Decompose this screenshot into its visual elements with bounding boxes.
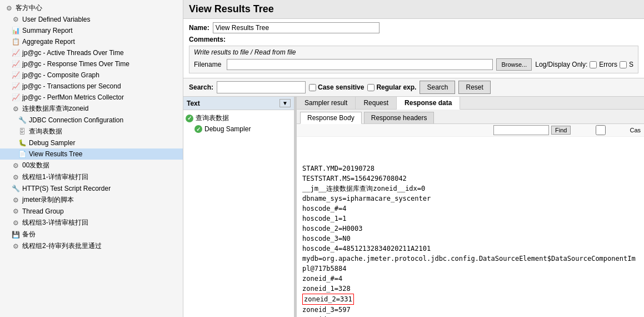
main-content: View Results Tree Name: Comments: Write … [183,0,644,317]
log-display: Log/Display Only: Errors S [535,61,633,68]
sidebar-item-thread-group-2[interactable]: ⚙线程组2-待审列表批里通过 [0,240,183,252]
tree-item-label-debug-sampler-tree: Debug Sampler [204,125,251,133]
response-line-line2: TESTSTART.MS=1564296708042 [302,174,638,184]
response-line-line5: hoscode_#=4 [302,204,638,214]
tab-request[interactable]: Request [356,97,397,109]
search-button[interactable]: Search [420,81,455,94]
debug-icon: 🐛 [18,138,27,147]
sidebar-item-jp-composite-graph[interactable]: 📈jp@gc - Composite Graph [0,70,183,81]
case-check-label: Cas [573,125,641,135]
filename-label: Filename [194,61,221,68]
sidebar-item-thread-group-main[interactable]: ⚙Thread Group [0,206,183,217]
sidebar-item-user-defined-vars[interactable]: ⚙User Defined Variables [0,14,183,25]
backup-icon: 💾 [11,230,20,239]
case-sensitive-label[interactable]: Case sensitive [309,83,364,91]
sidebar-item-thread-group-1[interactable]: ⚙线程组1-详情审核打回 [0,171,183,183]
sidebar-label-jp-perfmon: jp@gc - PerfMon Metrics Collector [22,93,124,101]
find-case-checkbox[interactable] [573,125,628,135]
pink-icon: 📈 [11,82,20,91]
gear-icon: ⚙ [11,15,20,24]
log-display-label: Log/Display Only: [535,61,587,68]
chart-icon: 📊 [11,26,20,35]
sub-tab-response-body[interactable]: Response Body [300,112,362,124]
response-line-line12: zoneid_1=328 [302,284,638,294]
tree-status-icon-query-table: ✓ [186,115,193,122]
sub-tab-response-headers[interactable]: Response headers [364,112,435,123]
sidebar-label-thread-group-1: 线程组1-详情审核打回 [22,172,88,182]
sidebar: ⚙客方中心⚙User Defined Variables📊Summary Rep… [0,0,183,317]
sidebar-item-send-data[interactable]: ⚙00发数据 [0,160,183,171]
tree-column-label: Text [187,100,200,107]
sidebar-item-summary-report[interactable]: 📊Summary Report [0,25,183,36]
sidebar-item-jp-response-times[interactable]: 📈jp@gc - Response Times Over Time [0,58,183,70]
tab-sampler-result[interactable]: Sampler result [297,97,356,109]
sidebar-label-backup: 备份 [22,230,36,239]
regular-exp-checkbox[interactable] [367,84,375,91]
title-text: View Results Tree [189,3,274,14]
sidebar-item-backup[interactable]: 💾备份 [0,229,183,240]
sidebar-label-user-defined-vars: User Defined Variables [22,16,91,23]
sidebar-item-thread-group-3[interactable]: ⚙线程组3-详情审核打回 [0,217,183,229]
result-panel: Sampler resultRequestResponse data Respo… [297,97,644,317]
response-line-line15: zoneid_4=603 [302,315,638,317]
name-label: Name: [189,24,209,32]
sidebar-item-aggregate-report[interactable]: 📋Aggregate Report [0,36,183,47]
thread-icon: ⚙ [11,207,20,216]
tree-item-debug-sampler-tree[interactable]: ✓Debug Sampler [183,124,294,134]
sidebar-item-jp-perfmon[interactable]: 📈jp@gc - PerfMon Metrics Collector [0,92,183,103]
tree-item-query-table[interactable]: ✓查询表数据 [183,112,294,124]
reset-button[interactable]: Reset [458,81,490,94]
tab-response-data[interactable]: Response data [397,97,460,110]
sidebar-label-thread-group-3: 线程组3-详情审核打回 [22,218,88,227]
sidebar-item-view-results-tree[interactable]: 📄View Results Tree [0,148,183,160]
file-section: Write results to file / Read from file F… [189,46,638,73]
response-line-line3: __jm__连接数据库查询zoneid__idx=0 [302,184,638,194]
sidebar-item-jdbc-config[interactable]: 🔧JDBC Connection Configuration [0,115,183,126]
search-row: Search: Case sensitive Regular exp. Sear… [183,78,644,97]
sidebar-label-jmeter-script: jmeter录制的脚本 [22,195,74,205]
find-input[interactable] [493,125,549,135]
gear-icon: ⚙ [11,161,20,170]
gear-icon: ⚙ [11,105,20,113]
highlighted-text-line13: zoneid_2=331 [302,294,354,305]
sidebar-label-jp-active-threads: jp@gc - Active Threads Over Time [22,49,124,57]
results-icon: 📄 [18,150,27,158]
sidebar-item-db-query-group[interactable]: ⚙连接数据库查询zoneid [0,103,183,115]
sidebar-label-http-test-recorder: HTTP(S) Test Script Recorder [22,185,111,192]
wrench-icon: 🔧 [11,184,20,193]
sidebar-label-title: 客方中心 [16,3,42,13]
tree-body: ✓查询表数据✓Debug Sampler [183,110,294,317]
form-area: Name: Comments: Write results to file / … [183,19,644,78]
tree-dropdown-button[interactable]: ▼ [279,99,291,107]
response-line-line7: hoscode_2=H0003 [302,224,638,234]
name-input[interactable] [213,22,380,33]
case-sensitive-checkbox[interactable] [309,84,316,91]
sidebar-item-jp-transactions[interactable]: 📈jp@gc - Transactions per Second [0,81,183,92]
errors-label: Errors [599,61,617,68]
sidebar-item-query-data[interactable]: 🗄查询表数据 [0,126,183,137]
name-row: Name: [189,22,638,33]
sidebar-label-summary-report: Summary Report [22,27,73,34]
sidebar-item-http-test-recorder[interactable]: 🔧HTTP(S) Test Script Recorder [0,183,183,194]
extra-label: S [629,61,633,68]
sidebar-label-thread-group-2: 线程组2-待审列表批里通过 [22,241,102,251]
search-input[interactable] [217,81,306,93]
extra-checkbox[interactable] [620,61,627,68]
response-line-line8: hoscode_3=N0 [302,234,638,244]
sidebar-item-jmeter-script[interactable]: ⚙jmeter录制的脚本 [0,194,183,206]
response-line-line10: mydb=org.apache.jmeter.protocol.jdbc.con… [302,254,638,274]
sidebar-label-db-query-group: 连接数据库查询zoneid [22,104,88,113]
errors-checkbox[interactable] [590,61,597,68]
sidebar-item-debug-sampler[interactable]: 🐛Debug Sampler [0,137,183,148]
find-button[interactable]: Find [551,126,571,135]
filename-input[interactable] [227,59,493,70]
pink-icon: 📈 [11,48,20,57]
response-line-line4: dbname_sys=ipharmacare_syscenter [302,194,638,204]
browse-button[interactable]: Browse... [496,58,532,71]
tree-status-icon-debug-sampler-tree: ✓ [194,125,202,133]
regular-exp-label[interactable]: Regular exp. [367,83,416,91]
sidebar-item-jp-active-threads[interactable]: 📈jp@gc - Active Threads Over Time [0,47,183,58]
thread-icon: ⚙ [11,173,20,182]
thread-icon: ⚙ [11,219,20,227]
sidebar-item-title[interactable]: ⚙客方中心 [0,2,183,14]
